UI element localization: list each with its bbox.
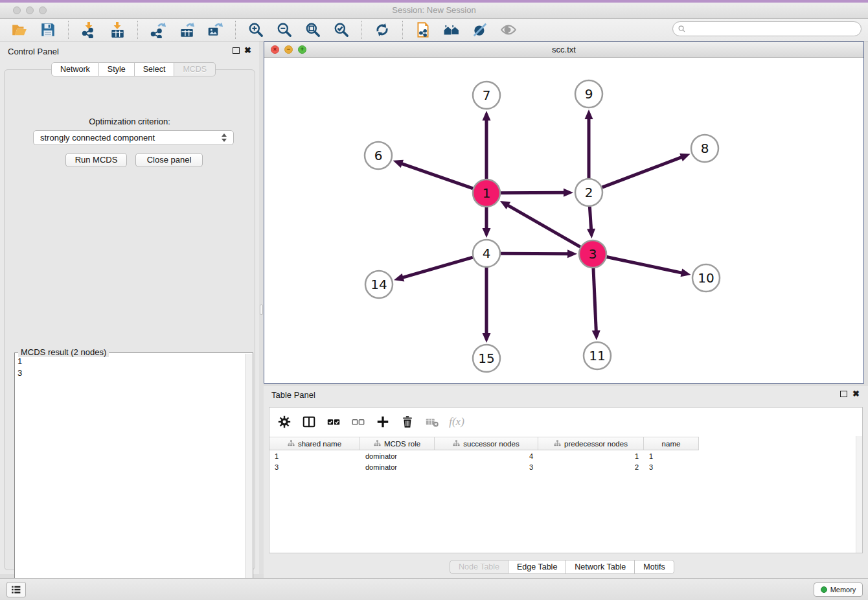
table-row-2[interactable]: 3dominator323 [269,462,699,473]
graph-node-9[interactable]: 9 [575,80,602,108]
search-input[interactable] [687,23,861,35]
cell-predecessor-nodes[interactable]: 2 [538,462,644,473]
import-network-icon[interactable] [79,20,98,40]
network-document-icon[interactable] [413,20,433,40]
run-mcds-button[interactable]: Run MCDS [65,153,127,167]
tab-network[interactable]: Network [51,62,99,76]
column-header-MCDS-role[interactable]: MCDS role [360,437,435,450]
graphics-details-icon[interactable] [470,20,490,40]
mcds-result-box[interactable]: MCDS result (2 nodes) 1 3 [14,352,253,594]
tab-network-table[interactable]: Network Table [566,560,635,574]
criterion-value: strongly connected component [40,133,155,143]
cell-name[interactable]: 1 [644,451,699,462]
graph-node-1[interactable]: 1 [473,179,500,207]
graph-edge-2-3[interactable] [587,207,595,238]
graph-node-2[interactable]: 2 [575,179,602,206]
cell-shared-name[interactable]: 3 [269,462,360,473]
float-table-panel-icon[interactable] [840,391,847,397]
node-label-7: 7 [483,87,491,103]
import-table-icon[interactable] [108,20,127,40]
save-session-icon[interactable] [38,20,58,40]
export-table-icon[interactable] [177,20,196,40]
graph-node-11[interactable]: 11 [584,342,611,369]
table-row-1[interactable]: 1dominator411 [269,451,699,462]
graph-edge-1-7[interactable] [483,111,491,179]
export-image-icon[interactable] [205,20,225,40]
cell-successor-nodes[interactable]: 4 [435,451,538,462]
tab-motifs[interactable]: Motifs [635,560,674,574]
graph-edge-4-15[interactable] [483,268,491,343]
graph-edge-1-6[interactable] [393,160,474,189]
select-all-rows-icon[interactable] [325,413,343,431]
close-panel-icon[interactable]: ✖ [244,47,251,54]
split-panel-icon[interactable] [300,413,318,431]
network-graph-canvas[interactable]: 7968124314101511 [264,58,863,383]
export-network-icon[interactable] [148,20,168,40]
graph-edge-2-9[interactable] [585,110,593,178]
divider-handle[interactable] [260,305,263,315]
graph-node-7[interactable]: 7 [473,82,500,109]
cell-MCDS-role[interactable]: dominator [360,451,435,462]
column-header-name[interactable]: name [644,437,699,450]
maximize-window-icon[interactable] [39,6,47,14]
cell-shared-name[interactable]: 1 [269,451,360,462]
graph-node-3[interactable]: 3 [579,240,606,268]
deselect-all-rows-icon[interactable] [349,413,367,431]
close-table-panel-icon[interactable]: ✖ [852,391,860,397]
zoom-selected-icon[interactable] [332,20,351,40]
graph-node-6[interactable]: 6 [365,142,392,169]
control-panel-title: Control Panel [8,47,59,56]
tab-select[interactable]: Select [135,62,175,76]
network-window-titlebar[interactable]: × − + scc.txt [264,42,863,58]
table-scrollbar[interactable] [856,436,862,553]
graph-edge-4-14[interactable] [394,257,473,281]
graph-edge-4-3[interactable] [501,249,577,258]
graph-node-4[interactable]: 4 [473,240,500,267]
graph-edge-2-8[interactable] [602,154,691,187]
add-column-icon[interactable] [374,413,392,431]
column-header-successor-nodes[interactable]: successor nodes [435,437,538,450]
delete-column-icon[interactable] [398,413,417,431]
criterion-dropdown[interactable]: strongly connected component [33,130,234,145]
cell-successor-nodes[interactable]: 3 [435,462,538,473]
maximize-view-icon[interactable]: + [298,45,306,54]
settings-gear-icon[interactable] [275,413,293,431]
cell-name[interactable]: 3 [644,462,699,473]
close-view-icon[interactable]: × [271,45,279,54]
tab-style[interactable]: Style [99,62,135,76]
result-scrollbar[interactable] [245,354,252,592]
graph-node-8[interactable]: 8 [691,135,718,162]
tab-edge-table[interactable]: Edge Table [508,560,566,574]
zoom-fit-icon[interactable] [303,20,323,40]
search-box[interactable] [672,21,862,36]
panel-split-divider[interactable] [259,41,264,574]
network-view-window[interactable]: × − + scc.txt 7968124314101511 [264,41,864,384]
cell-MCDS-role[interactable]: dominator [360,462,435,473]
graph-node-15[interactable]: 15 [473,345,500,372]
close-panel-button[interactable]: Close panel [135,153,203,167]
network-view-title: scc.txt [264,42,863,57]
graph-edge-3-1[interactable] [500,201,580,247]
column-header-predecessor-nodes[interactable]: predecessor nodes [538,437,644,450]
graph-edge-3-11[interactable] [592,268,600,340]
houses-icon[interactable] [442,20,461,40]
zoom-out-icon[interactable] [275,20,294,40]
minimize-view-icon[interactable]: − [284,45,293,54]
refresh-icon[interactable] [372,20,392,40]
graph-edge-1-2[interactable] [501,189,573,197]
open-session-icon[interactable] [10,20,29,40]
zoom-in-icon[interactable] [246,20,266,40]
cell-predecessor-nodes[interactable]: 1 [538,451,644,462]
minimize-window-icon[interactable] [26,6,34,14]
tab-mcds[interactable]: MCDS [174,62,216,76]
column-header-shared-name[interactable]: shared name [269,437,360,450]
graph-node-14[interactable]: 14 [365,271,393,298]
task-history-button[interactable] [6,582,26,597]
close-window-icon[interactable] [13,6,21,14]
memory-button[interactable]: Memory [814,583,863,597]
float-panel-icon[interactable] [233,47,240,54]
graph-node-10[interactable]: 10 [692,264,720,292]
graph-edge-1-4[interactable] [483,207,491,238]
graph-edge-3-10[interactable] [607,257,691,277]
tab-node-table[interactable]: Node Table [450,560,508,574]
